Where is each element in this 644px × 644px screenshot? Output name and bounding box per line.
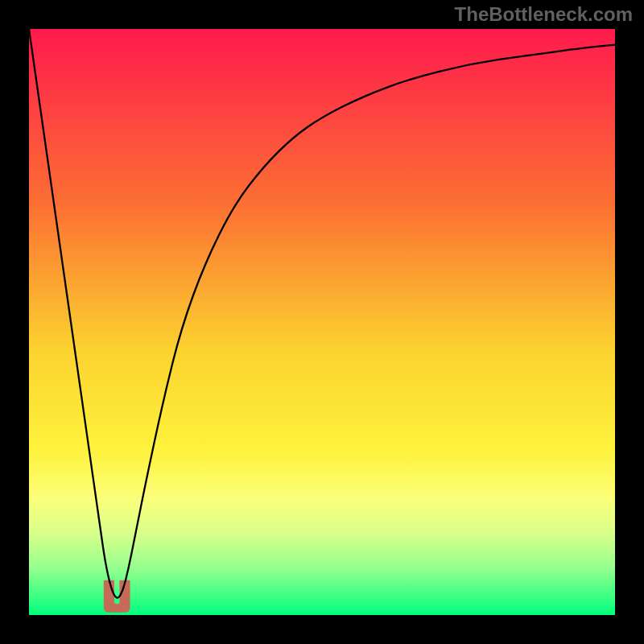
plot-area: [29, 29, 615, 615]
watermark-text: TheBottleneck.com: [455, 3, 633, 26]
chart-svg: [29, 29, 615, 615]
chart-frame: TheBottleneck.com: [0, 0, 644, 644]
